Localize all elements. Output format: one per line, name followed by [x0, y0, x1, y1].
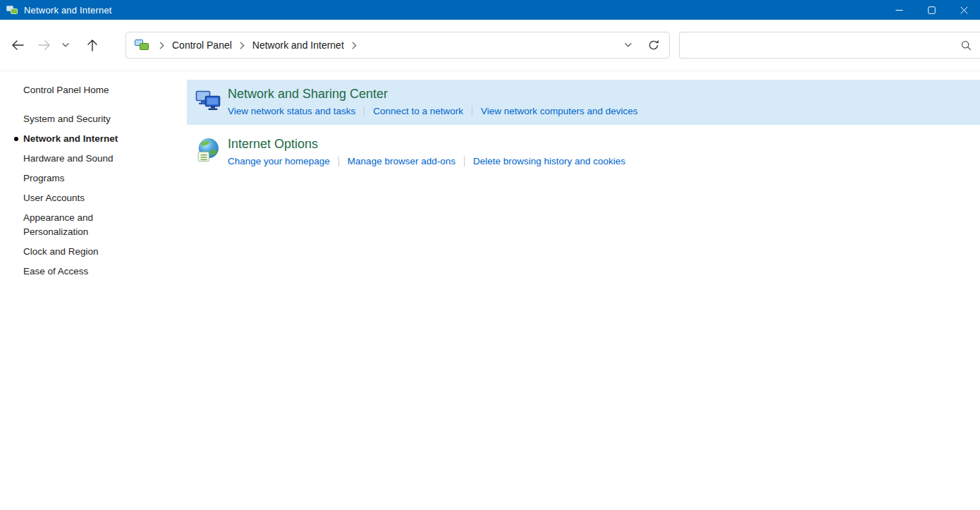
section-body: Network and Sharing Center View network …	[228, 86, 638, 116]
search-input[interactable]	[688, 40, 955, 51]
section-task-links: View network status and tasks Connect to…	[228, 106, 638, 116]
sidebar: Control Panel Home System and Security N…	[0, 71, 187, 510]
divider	[464, 157, 465, 166]
search-bar	[679, 32, 980, 59]
network-app-icon	[6, 4, 18, 16]
search-icon	[961, 40, 972, 51]
section-body: Internet Options Change your homepage Ma…	[228, 136, 625, 166]
link-manage-browser-add-ons[interactable]: Manage browser add-ons	[348, 156, 455, 166]
forward-button[interactable]	[31, 32, 58, 58]
breadcrumb-control-panel[interactable]: Control Panel	[169, 37, 235, 54]
link-change-your-homepage[interactable]: Change your homepage	[228, 156, 330, 166]
sidebar-item-programs[interactable]: Programs	[23, 171, 159, 186]
maximize-button[interactable]	[915, 0, 948, 20]
section-network-and-sharing-center: Network and Sharing Center View network …	[187, 80, 980, 125]
breadcrumb-network-and-internet[interactable]: Network and Internet	[250, 37, 347, 54]
address-bar[interactable]: Control Panel Network and Internet	[125, 32, 670, 59]
network-sharing-center-icon	[194, 87, 222, 114]
sidebar-item-label: Network and Internet	[23, 133, 118, 144]
back-button[interactable]	[4, 32, 31, 58]
sidebar-item-ease-of-access[interactable]: Ease of Access	[23, 265, 159, 279]
link-delete-browsing-history-and-cookies[interactable]: Delete browsing history and cookies	[473, 156, 625, 166]
divider	[472, 107, 472, 116]
active-item-bullet-icon	[14, 137, 18, 141]
address-dropdown-button[interactable]	[615, 35, 641, 56]
close-button[interactable]	[948, 0, 980, 20]
internet-options-globe-icon	[194, 138, 222, 164]
window-controls	[883, 0, 980, 20]
internet-options-link[interactable]: Internet Options	[228, 137, 318, 152]
main-content: Network and Sharing Center View network …	[187, 71, 980, 510]
navigation-bar: Control Panel Network and Internet	[0, 20, 980, 71]
link-connect-to-a-network[interactable]: Connect to a network	[373, 106, 463, 116]
chevron-right-icon	[154, 42, 169, 49]
refresh-button[interactable]	[641, 35, 666, 56]
network-and-sharing-center-link[interactable]: Network and Sharing Center	[228, 87, 388, 102]
sidebar-item-network-and-internet[interactable]: Network and Internet	[23, 132, 159, 146]
titlebar: Network and Internet	[0, 0, 980, 20]
sidebar-item-clock-and-region[interactable]: Clock and Region	[23, 245, 159, 259]
recent-locations-dropdown[interactable]	[58, 32, 73, 58]
divider	[364, 107, 365, 116]
sidebar-item-appearance-and-personalization[interactable]: Appearance and Personalization	[23, 211, 159, 239]
section-task-links: Change your homepage Manage browser add-…	[228, 156, 625, 166]
minimize-button[interactable]	[883, 0, 915, 20]
sidebar-item-user-accounts[interactable]: User Accounts	[23, 191, 159, 205]
section-internet-options: Internet Options Change your homepage Ma…	[187, 130, 980, 175]
chevron-right-icon	[235, 42, 250, 49]
divider	[338, 157, 339, 166]
location-icon	[135, 39, 149, 51]
window-title: Network and Internet	[24, 5, 112, 16]
up-button[interactable]	[79, 32, 106, 58]
sidebar-category-list: System and Security Network and Internet…	[23, 112, 159, 279]
sidebar-item-system-and-security[interactable]: System and Security	[23, 112, 159, 126]
chevron-right-icon	[347, 42, 362, 49]
link-view-network-computers-and-devices[interactable]: View network computers and devices	[481, 106, 638, 116]
sidebar-item-hardware-and-sound[interactable]: Hardware and Sound	[23, 152, 159, 166]
sidebar-control-panel-home[interactable]: Control Panel Home	[23, 83, 159, 97]
link-view-network-status-and-tasks[interactable]: View network status and tasks	[228, 106, 355, 116]
